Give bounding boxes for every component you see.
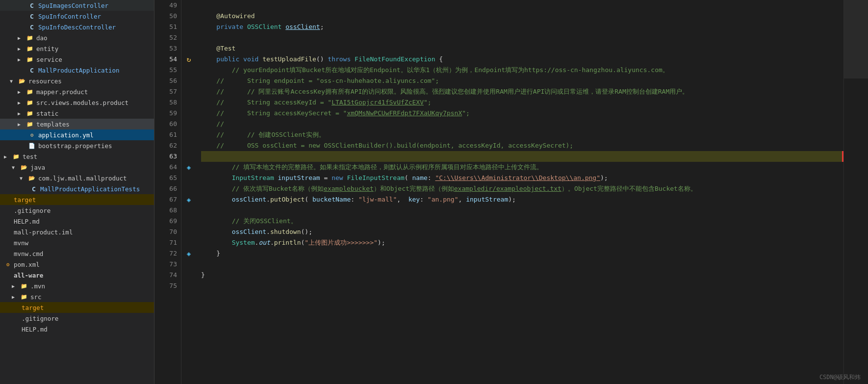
- code-line-61: // // 创建OSSClient实例。: [201, 129, 843, 140]
- minimap: [843, 0, 868, 384]
- item-label: SpuInfoDescController: [38, 24, 152, 31]
- gutter-cell-60: [181, 119, 196, 129]
- c-class-icon: C: [27, 66, 36, 75]
- gutter-cell-59: [181, 108, 196, 119]
- code-line-72: }: [201, 248, 843, 259]
- folder-open-icon: 📂: [18, 77, 26, 85]
- code-line-63: [201, 151, 843, 162]
- collapse-arrow: ▼: [20, 176, 27, 181]
- item-label: MallProductApplicationTests: [40, 185, 152, 193]
- tree-item-application-yml[interactable]: ⚙ application.yml: [0, 129, 154, 140]
- collapse-arrow: ▶: [12, 283, 20, 289]
- line-num-63: 63: [154, 151, 177, 162]
- collapse-arrow: ▶: [18, 111, 26, 116]
- item-label: bootstrap.properties: [38, 142, 152, 150]
- gutter-cell-65: [181, 173, 196, 183]
- line-num-56: 56: [154, 76, 177, 86]
- gutter-cell-71: [181, 237, 196, 248]
- tree-item-service[interactable]: ▶ 📁 service: [0, 54, 154, 65]
- tree-item-bootstrap-properties[interactable]: 📄 bootstrap.properties: [0, 140, 154, 151]
- collapse-arrow: ▶: [18, 46, 26, 51]
- tree-item-com-ljw[interactable]: ▼ 📂 com.ljw.mall.mallproduct: [0, 173, 154, 183]
- code-line-60: //: [201, 119, 843, 129]
- file-icon: [4, 238, 12, 247]
- line-num-54: 54: [154, 54, 177, 65]
- tree-item-mall-product-application-tests[interactable]: C MallProductApplicationTests: [0, 183, 154, 194]
- gutter-cell-56: [181, 76, 196, 86]
- item-label: application.yml: [38, 131, 152, 139]
- tree-item-gitignore2[interactable]: .gitignore: [0, 313, 154, 324]
- line-num-72: 72: [154, 248, 177, 259]
- tree-item-spuInfoDescController[interactable]: C SpuInfoDescController: [0, 22, 154, 32]
- gutter-cell-74: [181, 270, 196, 281]
- line-num-59: 59: [154, 108, 177, 119]
- line-num-71: 71: [154, 237, 177, 248]
- tree-item-gitignore[interactable]: .gitignore: [0, 205, 154, 216]
- gutter-cell-66: [181, 183, 196, 194]
- tree-item-src2[interactable]: ▶ 📁 src: [0, 291, 154, 302]
- bookmark-icon-67: ◈: [187, 196, 191, 204]
- tree-item-helpmd2[interactable]: HELP.md: [0, 324, 154, 334]
- code-content[interactable]: @Autowired private OSSClient ossClient ;…: [196, 0, 843, 384]
- tree-item-resources[interactable]: ▼ 📂 resources: [0, 76, 154, 86]
- tree-item-spuInfoController[interactable]: C SpuInfoController: [0, 11, 154, 22]
- tree-item-pom-xml[interactable]: ⚙ pom.xml: [0, 259, 154, 270]
- item-label: dao: [36, 34, 152, 42]
- tree-item-mvnw-cmd[interactable]: mvnw.cmd: [0, 248, 154, 259]
- folder-icon: 📁: [26, 120, 34, 128]
- code-line-74: }: [201, 270, 843, 281]
- code-line-75: [201, 281, 843, 291]
- gutter-cell-72: ◈: [181, 248, 196, 259]
- folder-open-icon: 📂: [20, 163, 28, 172]
- code-line-64: // 填写本地文件的完整路径。如果未指定本地路径，则默认从示例程序所属项目对应本…: [201, 162, 843, 173]
- tree-item-mapper-product[interactable]: ▶ 📁 mapper.product: [0, 86, 154, 97]
- code-line-53: @Test: [201, 43, 843, 54]
- code-line-54: public void testUploadFile () throws Fil…: [201, 54, 843, 65]
- item-label: target: [22, 304, 152, 311]
- line-num-66: 66: [154, 183, 177, 194]
- code-line-62: // OSS ossClient = new OSSClientBuilder(…: [201, 140, 843, 151]
- code-editor: 49 50 51 52 53 54 55 56 57 58 59 60 61 6…: [154, 0, 868, 384]
- tree-item-entity[interactable]: ▶ 📁 entity: [0, 43, 154, 54]
- file-icon: [4, 217, 12, 226]
- item-label: src.views.modules.product: [36, 99, 152, 106]
- code-line-59: // String accessKeySecret = " xmQMsNwPCU…: [201, 108, 843, 119]
- code-line-55: // yourEndpoint填写Bucket所在地域对应的Endpoint。以…: [201, 65, 843, 76]
- code-line-56: // String endpoint = "oss-cn-huhehaote.a…: [201, 76, 843, 86]
- item-label: mapper.product: [36, 88, 152, 96]
- gutter-icons: ↻ ◈ ◈ ◈: [181, 0, 196, 384]
- tree-item-mall-product-iml[interactable]: mall-product.iml: [0, 227, 154, 237]
- tree-item-mvn2[interactable]: ▶ 📁 .mvn: [0, 281, 154, 291]
- tree-item-java[interactable]: ▼ 📂 java: [0, 162, 154, 173]
- tree-item-spuImagesController[interactable]: C SpuImagesController: [0, 0, 154, 11]
- tree-item-all-ware[interactable]: all-ware: [0, 270, 154, 281]
- tree-item-mvnw[interactable]: mvnw: [0, 237, 154, 248]
- collapse-arrow: ▶: [18, 89, 26, 95]
- gutter-cell-54: ↻: [181, 54, 196, 65]
- tree-item-mallProductApplication[interactable]: C MallProductApplication: [0, 65, 154, 76]
- collapse-arrow: ▶: [18, 100, 26, 105]
- line-numbers: 49 50 51 52 53 54 55 56 57 58 59 60 61 6…: [154, 0, 181, 384]
- item-label: resources: [28, 77, 152, 85]
- gutter-cell-62: [181, 140, 196, 151]
- item-label: mall-product.iml: [14, 229, 152, 236]
- tree-item-dao[interactable]: ▶ 📁 dao: [0, 32, 154, 43]
- code-line-69: // 关闭OSSClient。: [201, 216, 843, 227]
- tree-item-static[interactable]: ▶ 📁 static: [0, 108, 154, 119]
- code-line-57: // // 阿里云账号AccessKey拥有所有API的访问权限。风险很高。强烈…: [201, 86, 843, 97]
- code-line-58: // String accessKeyId = " LTAI5tGopjcr41…: [201, 97, 843, 108]
- tree-item-helpmd[interactable]: HELP.md: [0, 216, 154, 227]
- item-label: .gitignore: [14, 207, 152, 214]
- item-label: static: [36, 110, 152, 117]
- tree-item-templates[interactable]: ▶ 📁 templates: [0, 119, 154, 129]
- tree-item-target[interactable]: target: [0, 194, 154, 205]
- tree-item-src-views[interactable]: ▶ 📁 src.views.modules.product: [0, 97, 154, 108]
- minimap-thumb: [844, 0, 868, 78]
- tree-item-target2[interactable]: target: [0, 302, 154, 313]
- tree-item-test[interactable]: ▶ 📁 test: [0, 151, 154, 162]
- code-line-68: [201, 205, 843, 216]
- item-label: mvnw: [14, 239, 152, 247]
- collapse-arrow: ▶: [4, 154, 12, 159]
- file-tree[interactable]: C SpuImagesController C SpuInfoControlle…: [0, 0, 154, 384]
- c-class-icon: C: [27, 12, 36, 21]
